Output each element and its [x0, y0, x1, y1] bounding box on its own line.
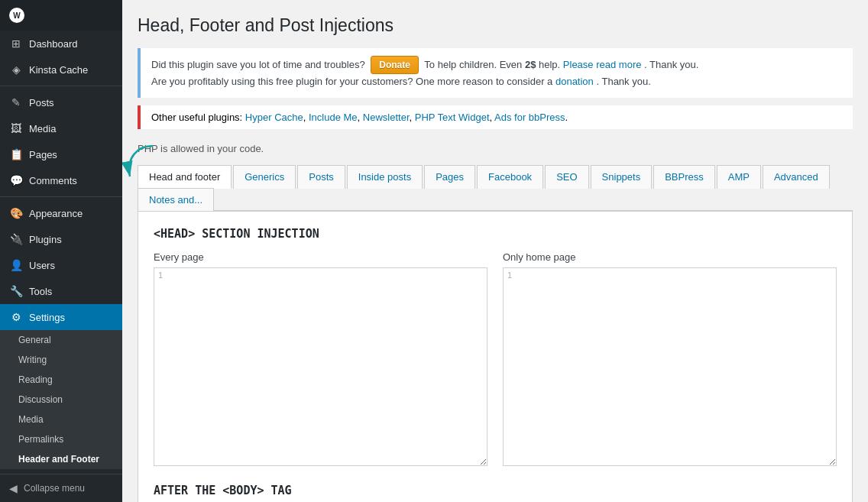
comments-icon: 💬	[9, 173, 23, 187]
wp-logo-icon: W	[9, 8, 24, 23]
sidebar-logo: W	[0, 0, 122, 31]
only-home-textarea[interactable]	[503, 267, 837, 466]
sidebar-label-dashboard: Dashboard	[29, 38, 78, 50]
every-page-col: Every page 1	[154, 251, 487, 468]
submenu-reading[interactable]: Reading	[0, 370, 122, 390]
submenu-discussion[interactable]: Discussion	[0, 390, 122, 410]
sidebar-item-users[interactable]: 👤 Users	[0, 252, 122, 278]
sidebar-label-media: Media	[29, 123, 56, 134]
link-php-text-widget[interactable]: PHP Text Widget	[415, 112, 490, 123]
tab-posts[interactable]: Posts	[297, 165, 345, 189]
sidebar-label-kinsta: Kinsta Cache	[29, 64, 88, 76]
sidebar-label-settings: Settings	[29, 312, 65, 323]
sidebar-item-kinsta-cache[interactable]: ◈ Kinsta Cache	[0, 57, 122, 83]
tab-amp[interactable]: AMP	[717, 165, 761, 189]
sidebar-label-users: Users	[29, 260, 55, 271]
tab-bbpress[interactable]: BBPress	[653, 165, 715, 189]
submenu-general[interactable]: General	[0, 330, 122, 350]
sidebar-item-pages[interactable]: 📋 Pages	[0, 141, 122, 167]
sidebar-item-comments[interactable]: 💬 Comments	[0, 167, 122, 193]
every-page-textarea[interactable]	[154, 267, 487, 466]
sidebar-item-media[interactable]: 🖼 Media	[0, 115, 122, 141]
media-icon: 🖼	[9, 121, 23, 135]
submenu-writing[interactable]: Writing	[0, 350, 122, 370]
sidebar-label-posts: Posts	[29, 97, 54, 108]
tab-inside-posts[interactable]: Inside posts	[347, 165, 423, 189]
head-section-title: <HEAD> SECTION INJECTION	[154, 227, 837, 241]
posts-icon: ✎	[9, 96, 23, 109]
sidebar-item-dashboard[interactable]: ⊞ Dashboard	[0, 31, 122, 57]
collapse-label: Collapse menu	[24, 483, 85, 494]
tab-advanced[interactable]: Advanced	[763, 165, 830, 189]
sidebar-item-appearance[interactable]: 🎨 Appearance	[0, 200, 122, 226]
useful-plugins-notice: Other useful plugins: Hyper Cache, Inclu…	[138, 105, 853, 129]
link-ads-bbpress[interactable]: Ads for bbPress	[494, 112, 565, 123]
tab-generics[interactable]: Generics	[233, 165, 296, 189]
users-icon: 👤	[9, 258, 23, 272]
every-page-label: Every page	[154, 251, 487, 263]
sidebar-item-posts[interactable]: ✎ Posts	[0, 89, 122, 115]
link-newsletter[interactable]: Newsletter	[363, 112, 410, 123]
content-area: <HEAD> SECTION INJECTION Every page 1 On…	[138, 211, 853, 502]
useful-plugins-label: Other useful plugins:	[151, 112, 242, 123]
sidebar-label-comments: Comments	[29, 175, 77, 186]
settings-icon: ⚙	[9, 310, 23, 324]
sidebar-item-settings[interactable]: ⚙ Settings	[0, 304, 122, 330]
sidebar-label-tools: Tools	[29, 286, 52, 297]
sidebar-item-tools[interactable]: 🔧 Tools	[0, 278, 122, 304]
only-home-label: Only home page	[503, 251, 837, 263]
submenu-media[interactable]: Media	[0, 410, 122, 429]
submenu-header-footer[interactable]: Header and Footer	[0, 449, 122, 469]
sidebar: W ⊞ Dashboard ◈ Kinsta Cache ✎ Posts 🖼 M…	[0, 0, 122, 502]
after-body-title: AFTER THE <BODY> TAG	[154, 484, 837, 497]
sidebar-label-plugins: Plugins	[29, 234, 62, 245]
link-hyper-cache[interactable]: Hyper Cache	[245, 112, 303, 123]
tab-head-and-footer[interactable]: Head and footer	[138, 165, 232, 189]
link-include-me[interactable]: Include Me	[309, 112, 358, 123]
collapse-menu-button[interactable]: ◀ Collapse menu	[0, 474, 122, 502]
every-page-wrapper: 1	[154, 267, 487, 468]
tabs-bar: Head and footer Generics Posts Inside po…	[138, 165, 853, 211]
head-textareas: Every page 1 Only home page 1	[154, 251, 837, 468]
sidebar-item-plugins[interactable]: 🔌 Plugins	[0, 226, 122, 252]
donate-notice: Did this plugin save you lot of time and…	[138, 48, 853, 98]
donate-text5: . Thank you.	[596, 76, 650, 87]
main-content: Head, Footer and Post Injections Did thi…	[122, 0, 868, 502]
pages-icon: 📋	[9, 147, 23, 161]
appearance-icon: 🎨	[9, 206, 23, 220]
donate-button[interactable]: Donate	[371, 56, 419, 74]
tab-pages[interactable]: Pages	[424, 165, 475, 189]
tab-notes[interactable]: Notes and...	[138, 188, 214, 211]
donate-text-before: Did this plugin save you lot of time and…	[151, 59, 365, 70]
settings-submenu: General Writing Reading Discussion Media…	[0, 330, 122, 469]
dashboard-icon: ⊞	[9, 37, 23, 50]
donation-link[interactable]: donation	[555, 76, 594, 87]
donate-text-after: To help children. Even	[424, 59, 522, 70]
tab-seo[interactable]: SEO	[545, 165, 588, 189]
tab-snippets[interactable]: Snippets	[591, 165, 653, 189]
sidebar-label-pages: Pages	[29, 149, 57, 160]
please-read-more-link[interactable]: Please read more	[563, 59, 642, 70]
after-body-section: AFTER THE <BODY> TAG	[154, 484, 837, 497]
donate-amount: 2$	[525, 59, 536, 70]
tools-icon: 🔧	[9, 284, 23, 298]
collapse-arrow-icon: ◀	[9, 482, 18, 494]
donate-text3: . Thank you.	[644, 59, 698, 70]
submenu-permalinks[interactable]: Permalinks	[0, 429, 122, 449]
donate-text2: help.	[539, 59, 560, 70]
kinsta-icon: ◈	[9, 63, 23, 76]
tab-facebook[interactable]: Facebook	[477, 165, 543, 189]
donate-text4: Are you profitably using this free plugi…	[151, 76, 552, 87]
page-title: Head, Footer and Post Injections	[138, 15, 853, 36]
only-home-col: Only home page 1	[503, 251, 837, 468]
php-notice: PHP is allowed in your code.	[138, 140, 853, 157]
only-home-wrapper: 1	[503, 267, 837, 468]
plugins-icon: 🔌	[9, 232, 23, 246]
sidebar-label-appearance: Appearance	[29, 208, 83, 219]
arrow-annotation-area: Head and footer Generics Posts Inside po…	[138, 165, 853, 211]
